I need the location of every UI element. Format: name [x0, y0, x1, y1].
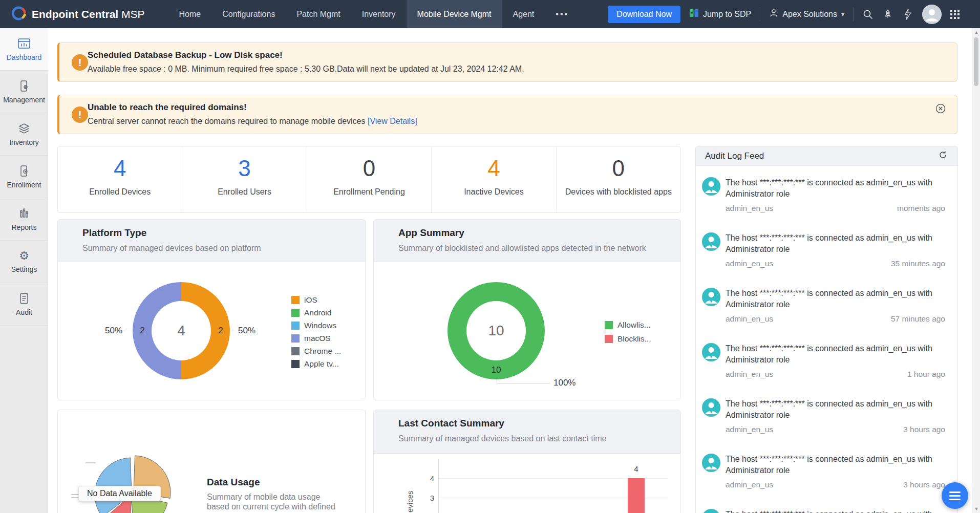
jump-to-sdp[interactable]: Jump to SDP [689, 8, 751, 20]
contact-bar[interactable] [628, 478, 645, 513]
topbar-actions: Download Now Jump to SDP Apex Solutions … [608, 5, 960, 24]
refresh-icon[interactable] [939, 151, 947, 161]
alert-title: Scheduled Database Backup - Low Disk spa… [88, 50, 283, 60]
data-usage-card: No Data Available Data Usage Summary of … [57, 410, 366, 513]
floating-menu-button[interactable] [942, 482, 968, 509]
divider [853, 8, 854, 21]
scroll-down-arrow[interactable]: ▼ [972, 506, 980, 511]
decorative-pie-illustration [92, 453, 174, 513]
divider [760, 8, 760, 21]
audit-entry: The host ***:***:***:*** is connected as… [696, 343, 957, 379]
device-plus-icon [18, 165, 30, 177]
nav-configurations[interactable]: Configurations [211, 0, 286, 28]
ios-slice-percent: 50% [238, 326, 255, 336]
legend-item-allowlisted[interactable]: Allowlis... [605, 321, 651, 329]
card-subtitle: Summary of blocklisted and allowlisted a… [398, 244, 680, 253]
apps-grid-icon[interactable] [950, 10, 960, 19]
account-selector[interactable]: Apex Solutions ▾ [769, 8, 844, 20]
scroll-up-arrow[interactable]: ▲ [972, 30, 980, 35]
stat-inactive-devices[interactable]: 4 Inactive Devices [431, 146, 556, 212]
sdp-icon [689, 8, 699, 20]
macos-slice-percent: 50% [105, 326, 122, 336]
audit-message: The host ***:***:***:*** is connected as… [726, 232, 945, 254]
stat-enrolled-users[interactable]: 3 Enrolled Users [182, 146, 306, 212]
nav-inventory[interactable]: Inventory [351, 0, 407, 28]
audit-message: The host ***:***:***:*** is connected as… [726, 454, 945, 476]
top-nav-menu: Home Configurations Patch Mgmt Inventory… [168, 0, 580, 28]
sidebar-label: Reports [11, 223, 36, 231]
sidebar-item-dashboard[interactable]: Dashboard [0, 28, 48, 71]
sidebar-item-reports[interactable]: Reports [0, 198, 48, 241]
sidebar-item-audit[interactable]: Audit [0, 283, 48, 326]
audit-entry: The host ***:***:***:*** is connected as… [696, 454, 957, 489]
card-title: App Summary [398, 227, 680, 239]
audit-time: 57 minutes ago [891, 314, 945, 324]
audit-time: 3 hours ago [903, 425, 945, 434]
legend-swatch [291, 322, 300, 330]
label-connector [497, 383, 550, 383]
legend-item-android[interactable]: Android [291, 309, 341, 317]
lightning-icon[interactable] [902, 9, 913, 20]
stat-enrollment-pending[interactable]: 0 Enrollment Pending [307, 146, 431, 212]
card-subtitle: Summary of managed devices based on last… [398, 434, 680, 443]
alert-message: Central server cannot reach the domains … [88, 117, 417, 126]
y-tick-4: 4 [419, 474, 434, 483]
nav-mobile-device-mgmt[interactable]: Mobile Device Mgmt [407, 0, 502, 28]
sidebar-label: Dashboard [7, 53, 42, 61]
card-header: App Summary Summary of blocklisted and a… [374, 220, 680, 262]
brand-name: Endpoint Central MSP [32, 8, 145, 20]
sidebar-label: Enrollment [7, 181, 41, 189]
platform-type-card: Platform Type Summary of managed devices… [57, 219, 366, 400]
stat-value: 0 [557, 156, 680, 181]
sidebar-label: Management [3, 96, 45, 104]
legend-item-macos[interactable]: macOS [291, 334, 341, 343]
scrollbar-thumb[interactable] [974, 37, 978, 86]
gear-icon: ⚙ [19, 250, 29, 262]
legend-item-windows[interactable]: Windows [291, 322, 341, 330]
warning-icon: ! [72, 54, 88, 71]
legend-swatch [605, 335, 613, 343]
audit-doc-icon [18, 292, 30, 305]
audit-message: The host ***:***:***:*** is connected as… [726, 343, 945, 365]
close-icon[interactable] [935, 103, 946, 116]
audit-user: admin_en_us [726, 314, 773, 324]
stat-blocklisted-apps[interactable]: 0 Devices with blocklisted apps [556, 146, 680, 212]
no-data-available-badge: No Data Available [78, 486, 161, 501]
stat-label: Devices with blocklisted apps [557, 187, 680, 197]
card-title: Platform Type [82, 227, 365, 239]
allowlisted-slice-value: 10 [492, 365, 501, 375]
user-avatar[interactable] [922, 5, 942, 24]
sidebar-label: Inventory [9, 138, 39, 146]
nav-home[interactable]: Home [168, 0, 212, 28]
sidebar-item-settings[interactable]: ⚙ Settings [0, 241, 48, 283]
legend-item-ios[interactable]: iOS [291, 296, 341, 304]
nav-more-icon[interactable]: ••• [545, 0, 580, 28]
audit-user: admin_en_us [726, 425, 773, 434]
sidebar-item-management[interactable]: Management [0, 71, 48, 113]
whats-new-rocket-icon[interactable] [882, 9, 893, 20]
card-subtitle: Summary of managed devices based on plat… [82, 244, 365, 253]
audit-time: moments ago [897, 204, 945, 213]
nav-agent[interactable]: Agent [502, 0, 545, 28]
audit-entry: The host ***:***:***:*** is connected as… [696, 288, 957, 324]
y-axis-label: No. of Devices [406, 469, 414, 513]
audit-user: admin_en_us [726, 480, 773, 489]
legend-item-blocklisted[interactable]: Blocklis... [605, 335, 651, 343]
view-details-link[interactable]: [View Details] [368, 117, 417, 125]
audit-message: The host ***:***:***:*** is connected as… [726, 398, 945, 420]
legend-swatch [291, 309, 300, 317]
search-icon[interactable] [862, 9, 874, 20]
legend-item-chrome[interactable]: Chrome ... [291, 347, 341, 355]
chevron-down-icon: ▾ [841, 11, 844, 18]
sidebar-item-enrollment[interactable]: Enrollment [0, 156, 48, 198]
legend-swatch [605, 321, 613, 329]
user-avatar-icon [702, 398, 720, 417]
vertical-scrollbar[interactable]: ▲ ▼ [972, 28, 980, 513]
audit-time: 3 hours ago [903, 480, 945, 489]
sidebar-label: Audit [16, 308, 32, 316]
sidebar-item-inventory[interactable]: Inventory [0, 113, 48, 156]
download-now-button[interactable]: Download Now [608, 6, 680, 23]
legend-item-appletv[interactable]: Apple tv... [291, 360, 341, 368]
stat-enrolled-devices[interactable]: 4 Enrolled Devices [58, 146, 182, 212]
nav-patch-mgmt[interactable]: Patch Mgmt [286, 0, 351, 28]
